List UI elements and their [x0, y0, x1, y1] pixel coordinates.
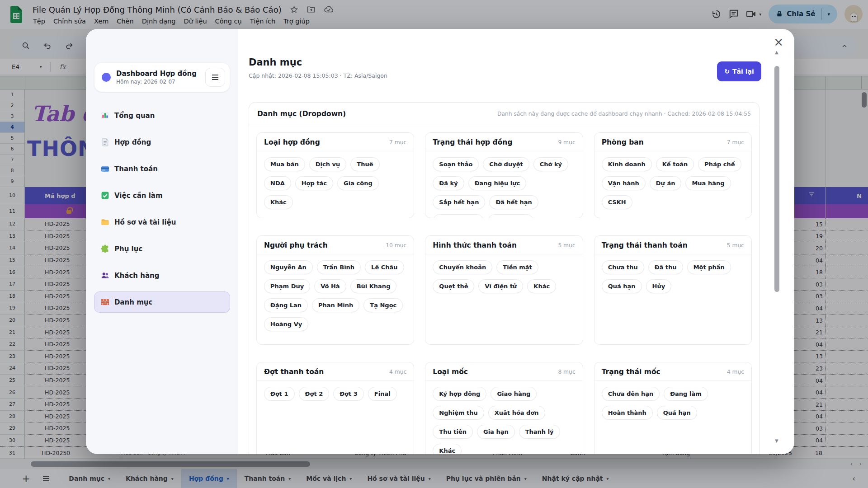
category-chip[interactable]: Một phần: [687, 260, 731, 274]
category-chip[interactable]: Bùi Khang: [350, 279, 397, 293]
category-title: Loại hợp đồng: [264, 138, 320, 146]
category-chip[interactable]: Đang hiệu lực: [468, 176, 526, 190]
category-chip[interactable]: Kinh doanh: [602, 157, 652, 171]
category-chip[interactable]: Gia hạn: [477, 425, 515, 439]
category-chip[interactable]: Mua hàng: [685, 176, 731, 190]
category-chip[interactable]: Hủy: [646, 279, 672, 293]
category-chip[interactable]: Thu tiền: [433, 425, 473, 439]
category-chip[interactable]: Nghiệm thu: [433, 406, 484, 420]
nav-label: Thanh toán: [114, 165, 158, 173]
category-chip[interactable]: CSKH: [602, 195, 632, 209]
category-chip[interactable]: Đặng Lan: [264, 298, 308, 312]
category-chip[interactable]: Phan Minh: [312, 298, 359, 312]
hamburger-menu-button[interactable]: [205, 68, 225, 87]
category-chip[interactable]: Thuê: [350, 157, 379, 171]
category-chip[interactable]: Gia công: [337, 176, 379, 190]
category-chip[interactable]: Dự án: [650, 176, 682, 190]
category-chip[interactable]: Hoàn thành: [602, 406, 653, 420]
category-chip[interactable]: Đã hết hạn: [489, 195, 538, 209]
category-chip[interactable]: Trần Bình: [317, 260, 361, 274]
category-card: Trạng thái hợp đồng 9 mục Soạn thảoChờ d…: [425, 132, 583, 218]
category-chip[interactable]: Đợt 3: [333, 387, 364, 401]
category-chip[interactable]: Quẹt thẻ: [433, 279, 474, 293]
category-card: Phòng ban 7 mục Kinh doanhKế toánPháp ch…: [594, 132, 752, 218]
category-card: Hình thức thanh toán 5 mục Chuyển khoảnT…: [425, 235, 583, 345]
category-chip[interactable]: Final: [368, 387, 397, 401]
category-chip[interactable]: Đã thanh lý: [433, 214, 483, 218]
category-chip[interactable]: Tạm dừng: [488, 214, 533, 218]
category-chip[interactable]: Đã thu: [648, 260, 683, 274]
category-chip[interactable]: Chờ duyệt: [483, 157, 529, 171]
nav-label: Hồ sơ và tài liệu: [114, 218, 176, 226]
category-card: Người phụ trách 10 mục Nguyễn AnTrần Bìn…: [256, 235, 414, 345]
scroll-down-icon[interactable]: ▼: [775, 438, 778, 443]
category-chip[interactable]: Đợt 2: [299, 387, 330, 401]
category-chip[interactable]: Dịch vụ: [309, 157, 346, 171]
sidebar-nav-item[interactable]: Phụ lục: [94, 238, 230, 259]
category-chip[interactable]: NDA: [264, 176, 291, 190]
category-chip[interactable]: Giao hàng: [491, 387, 537, 401]
category-chip[interactable]: Khác: [527, 279, 556, 293]
category-title: Trạng thái hợp đồng: [433, 138, 512, 146]
category-chip[interactable]: Vận hành: [602, 176, 646, 190]
dashboard-title: Dashboard Hợp đồng: [116, 70, 205, 78]
category-chip[interactable]: Đang làm: [664, 387, 708, 401]
category-chip[interactable]: Nguyễn An: [264, 260, 313, 274]
sidebar-nav-item[interactable]: Tổng quan: [94, 105, 230, 126]
nav-icon: [101, 164, 109, 173]
category-chip[interactable]: Khác: [264, 195, 293, 209]
modal-scrollbar[interactable]: ▲ ▼: [774, 50, 780, 443]
category-chip[interactable]: Soạn thảo: [433, 157, 479, 171]
category-chip[interactable]: Đợt 1: [264, 387, 295, 401]
category-chip[interactable]: Kế toán: [656, 157, 694, 171]
nav-label: Khách hàng: [114, 272, 159, 280]
reload-button[interactable]: ↻ Tải lại: [717, 61, 761, 81]
reload-icon: ↻: [724, 68, 730, 75]
scrollbar-thumb[interactable]: [774, 66, 779, 292]
nav-icon: [101, 298, 109, 306]
category-title: Người phụ trách: [264, 241, 328, 249]
category-chip[interactable]: Xuất hóa đơn: [488, 406, 545, 420]
category-chip[interactable]: Sắp hết hạn: [433, 195, 485, 209]
category-count-badge: 7 mục: [727, 139, 744, 145]
sidebar-nav-item[interactable]: Việc cần làm: [94, 185, 230, 206]
category-chip[interactable]: Tạ Ngọc: [363, 298, 403, 312]
sidebar-nav-item[interactable]: Thanh toán: [94, 158, 230, 179]
category-chip[interactable]: Chờ ký: [533, 157, 568, 171]
category-chip[interactable]: Hợp tác: [295, 176, 333, 190]
category-chip[interactable]: Khác: [433, 444, 462, 454]
category-title: Trạng thái mốc: [602, 368, 660, 376]
category-chip[interactable]: Thanh lý: [519, 425, 560, 439]
cache-note: Danh sách này đang được cache để dashboa…: [497, 111, 751, 117]
sidebar-nav-item[interactable]: Khách hàng: [94, 265, 230, 286]
category-chip[interactable]: Võ Hà: [314, 279, 346, 293]
category-chip[interactable]: Quá hạn: [602, 279, 642, 293]
category-chip[interactable]: Chưa đến hạn: [602, 387, 660, 401]
category-chip[interactable]: Chưa thu: [602, 260, 644, 274]
categories-panel: Danh mục (Dropdown) Danh sách này đang đ…: [249, 102, 760, 454]
category-card: Trạng thái mốc 4 mục Chưa đến hạnĐang là…: [594, 362, 752, 454]
close-icon[interactable]: ×: [774, 36, 783, 48]
sidebar-nav-item[interactable]: Danh mục: [94, 291, 230, 313]
nav-label: Việc cần làm: [114, 192, 163, 200]
category-chip[interactable]: Tiền mặt: [496, 260, 538, 274]
nav-label: Hợp đồng: [114, 138, 151, 146]
category-chip[interactable]: Ví điện tử: [478, 279, 523, 293]
category-chip[interactable]: Chuyển khoản: [433, 260, 492, 274]
category-chip[interactable]: Phạm Duy: [264, 279, 310, 293]
category-count-badge: 10 mục: [386, 242, 406, 249]
dashboard-modal: × Dashboard Hợp đồng Hôm nay: 2026-02-07…: [86, 29, 794, 454]
sidebar-nav-item[interactable]: Hợp đồng: [94, 131, 230, 153]
category-chip[interactable]: Lê Châu: [365, 260, 404, 274]
category-chip[interactable]: Mua bán: [264, 157, 305, 171]
category-chip[interactable]: Pháp chế: [698, 157, 741, 171]
category-chip[interactable]: Quá hạn: [657, 406, 697, 420]
scroll-up-icon[interactable]: ▲: [775, 50, 778, 55]
category-chip[interactable]: Hoàng Vy: [264, 317, 308, 331]
category-chip[interactable]: Ký hợp đồng: [433, 387, 486, 401]
sidebar-nav: Tổng quan Hợp đồng Thanh toán Việc cần l…: [94, 105, 230, 313]
panel-title: Danh mục (Dropdown): [257, 110, 346, 118]
category-chip[interactable]: Đã ký: [433, 176, 464, 190]
sidebar-nav-item[interactable]: Hồ sơ và tài liệu: [94, 211, 230, 233]
status-dot-icon: [102, 73, 111, 82]
